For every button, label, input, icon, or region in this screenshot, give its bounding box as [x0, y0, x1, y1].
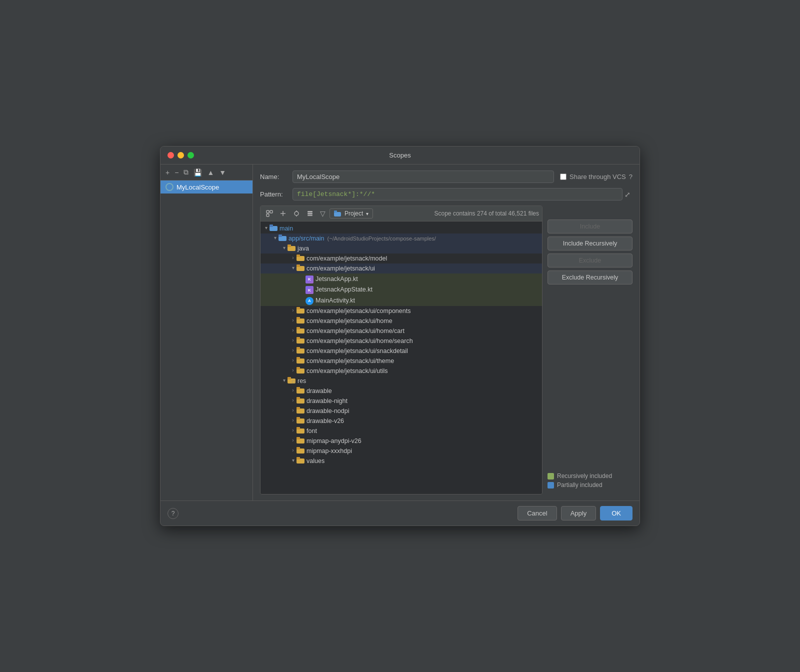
share-vcs-container: Share through VCS ?: [560, 173, 632, 180]
svg-rect-32: [296, 347, 300, 350]
tree-node[interactable]: com/example/jetsnack/ui/utils: [260, 366, 542, 376]
tree-node[interactable]: res: [260, 376, 542, 386]
minimize-button[interactable]: [178, 152, 184, 158]
remove-scope-button[interactable]: −: [172, 167, 180, 178]
dialog-body: + − ⧉ 💾 ▲ ▼ MyLocalScope Name: Share thr…: [160, 164, 640, 500]
flatten-packages-button[interactable]: [304, 208, 316, 218]
svg-rect-9: [308, 213, 312, 214]
folder-icon: [270, 224, 280, 232]
tree-node[interactable]: com/example/jetsnack/ui/home/cart: [260, 326, 542, 336]
svg-rect-28: [296, 327, 300, 330]
title-bar: Scopes: [160, 146, 640, 164]
svg-rect-16: [278, 234, 282, 237]
include-recursively-button[interactable]: Include Recursively: [548, 236, 632, 250]
ok-button[interactable]: OK: [600, 506, 632, 520]
tree-node[interactable]: values: [260, 456, 542, 466]
svg-rect-2: [266, 214, 269, 216]
chevron-icon: [290, 338, 296, 344]
save-scope-button[interactable]: 💾: [192, 167, 204, 178]
tree-node[interactable]: com/example/jetsnack/ui/components: [260, 306, 542, 316]
svg-rect-24: [296, 307, 300, 310]
node-label: java: [298, 245, 309, 252]
project-dropdown-label: Project: [344, 210, 363, 217]
tree-content[interactable]: mainapp/src/main(~/AndroidStudioProjects…: [260, 222, 542, 494]
tree-node[interactable]: com/example/jetsnack/ui: [260, 264, 542, 274]
tree-node[interactable]: com/example/jetsnack/model: [260, 254, 542, 264]
bottom-buttons: Cancel Apply OK: [518, 506, 632, 520]
include-button[interactable]: Include: [548, 220, 632, 234]
dialog-title: Scopes: [389, 152, 410, 159]
node-label: com/example/jetsnack/ui: [306, 265, 375, 272]
folder-icon: [296, 397, 306, 405]
pattern-row: Pattern: ⤢: [260, 188, 632, 200]
chevron-icon: [272, 235, 278, 242]
tree-node[interactable]: font: [260, 426, 542, 436]
help-button[interactable]: ?: [168, 508, 178, 519]
tree-node[interactable]: drawable: [260, 386, 542, 396]
node-label: com/example/jetsnack/ui/snackdetail: [306, 348, 408, 354]
move-down-button[interactable]: ▼: [217, 167, 228, 178]
tree-node[interactable]: com/example/jetsnack/ui/home: [260, 316, 542, 326]
node-label: res: [298, 378, 306, 384]
tree-node[interactable]: KJetsnackApp.kt: [260, 274, 542, 284]
move-up-button[interactable]: ▲: [205, 167, 216, 178]
folder-icon: [296, 327, 306, 335]
tree-node[interactable]: KJetsnackAppState.kt: [260, 284, 542, 296]
pattern-input[interactable]: [292, 188, 622, 200]
tree-node[interactable]: java: [260, 244, 542, 254]
svg-rect-47: [296, 417, 300, 420]
tree-node[interactable]: mipmap-xxxhdpi: [260, 446, 542, 456]
scroll-to-selection-button[interactable]: [290, 208, 302, 218]
folder-icon: [296, 307, 306, 315]
chevron-icon: [290, 408, 296, 414]
name-input[interactable]: [292, 170, 554, 183]
svg-rect-43: [296, 397, 300, 400]
tree-node[interactable]: com/example/jetsnack/ui/home/search: [260, 336, 542, 346]
svg-rect-20: [296, 254, 300, 257]
expand-pattern-button[interactable]: ⤢: [622, 188, 632, 200]
file-icon: A: [306, 296, 316, 305]
tree-node[interactable]: drawable-night: [260, 396, 542, 406]
close-button[interactable]: [168, 152, 174, 158]
tree-node[interactable]: com/example/jetsnack/ui/theme: [260, 356, 542, 366]
collapse-all-button[interactable]: [264, 208, 276, 218]
chevron-icon: [290, 358, 296, 364]
chevron-icon: [290, 428, 296, 434]
svg-rect-53: [296, 447, 300, 450]
copy-scope-button[interactable]: ⧉: [182, 166, 190, 178]
tree-node[interactable]: main: [260, 224, 542, 234]
apply-button[interactable]: Apply: [561, 506, 596, 520]
svg-rect-8: [308, 211, 312, 212]
sidebar-item-myscope[interactable]: MyLocalScope: [160, 180, 252, 194]
folder-icon: [296, 254, 306, 262]
chevron-icon: [290, 398, 296, 404]
svg-rect-18: [288, 244, 291, 247]
svg-rect-30: [296, 337, 300, 340]
folder-icon: [288, 377, 298, 385]
project-dropdown[interactable]: Project ▾: [330, 208, 373, 218]
exclude-recursively-button[interactable]: Exclude Recursively: [548, 270, 632, 284]
tree-node[interactable]: mipmap-anydpi-v26: [260, 436, 542, 446]
chevron-icon: [290, 308, 296, 314]
node-label: com/example/jetsnack/model: [306, 255, 387, 262]
chevron-icon: [280, 245, 288, 252]
sidebar: + − ⧉ 💾 ▲ ▼ MyLocalScope: [160, 164, 253, 500]
share-vcs-checkbox[interactable]: [560, 174, 566, 180]
tree-node[interactable]: drawable-v26: [260, 416, 542, 426]
filter-button[interactable]: ▽: [318, 208, 328, 219]
maximize-button[interactable]: [188, 152, 194, 158]
node-label: JetsnackApp.kt: [316, 276, 358, 282]
svg-rect-34: [296, 357, 300, 360]
svg-rect-22: [296, 264, 300, 267]
exclude-button[interactable]: Exclude: [548, 254, 632, 268]
add-scope-button[interactable]: +: [164, 167, 172, 178]
tree-node[interactable]: drawable-nodpi: [260, 406, 542, 416]
expand-all-button[interactable]: [277, 208, 289, 218]
tree-section: ▽ Project ▾ Scope contains 274 of total …: [260, 206, 632, 494]
legend-label-recursively: Recursively included: [557, 472, 612, 480]
tree-node[interactable]: app/src/main(~/AndroidStudioProjects/com…: [260, 234, 542, 244]
chevron-down-icon: ▾: [366, 211, 368, 216]
tree-node[interactable]: com/example/jetsnack/ui/snackdetail: [260, 346, 542, 356]
cancel-button[interactable]: Cancel: [518, 506, 556, 520]
tree-node[interactable]: AMainActivity.kt: [260, 295, 542, 306]
